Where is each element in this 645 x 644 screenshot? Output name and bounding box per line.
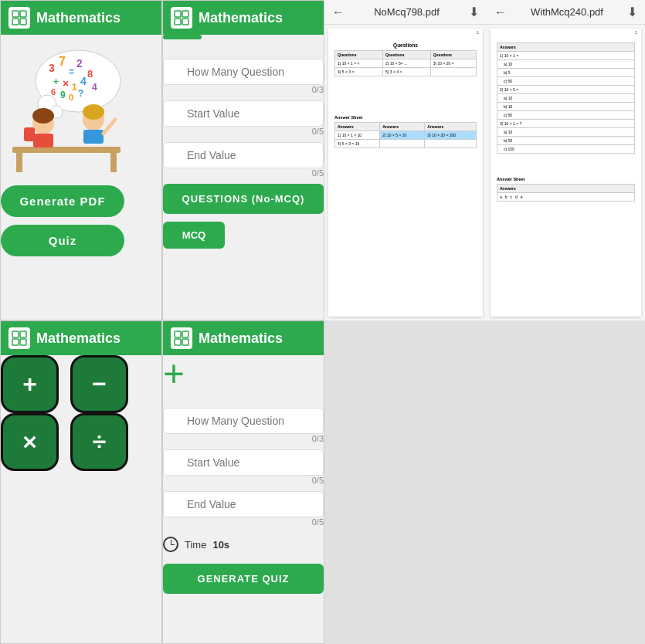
end-value-group: — 0/5 (163, 142, 324, 178)
clock-icon (163, 537, 178, 552)
svg-rect-26 (24, 127, 35, 141)
calc-row-2: × ÷ (1, 413, 161, 471)
table-row: 4) 5 × 3 = 15 (335, 140, 477, 148)
how-many-question-input[interactable] (163, 59, 324, 85)
pdf1-download-button[interactable]: ⬇ (469, 5, 479, 19)
questions-no-mcq-button[interactable]: QUESTIONS (No-MCQ) (163, 184, 324, 214)
pdf1-answers-table: Answers Answers Answers 1) 10 × 1 × 10 2… (334, 122, 477, 148)
generate-pdf-button[interactable]: Generate PDF (1, 185, 124, 217)
svg-rect-32 (175, 11, 181, 17)
svg-text:8: 8 (87, 68, 93, 80)
table-row: c) 50 (497, 111, 635, 120)
end-value-counter: 0/5 (163, 168, 324, 178)
pdf-panel-withmcq: ← WithMcq240.pdf ⬇ 1 Answers 1) 10 × 1 =… (487, 0, 645, 320)
pdf2-answer-header: Answer Sheet (497, 177, 635, 181)
pdf2-answer-sheet: Answers abcde (497, 184, 635, 202)
time-label: Time (185, 539, 206, 551)
svg-rect-3 (20, 19, 26, 25)
panel3-title: Mathematics (36, 330, 121, 347)
panel4-title: Mathematics (199, 330, 283, 347)
pdf2-content: 1 Answers 1) 10 × 1 = a) 10 b) 5 c) 50 2… (487, 25, 645, 320)
table-row: 3) 10 × 1 = ? (497, 120, 635, 128)
panel1-title: Mathematics (36, 10, 121, 26)
how-many-wrapper: — (163, 59, 324, 85)
svg-text:?: ? (78, 88, 83, 99)
end-value-input[interactable] (163, 142, 324, 168)
table-row: 1) 10 × 1 = (497, 52, 635, 60)
time-value: 10s (212, 539, 229, 551)
panel-mathematics-quiz-form: Mathematics + + 0/3 + 0/5 + 0/5 (162, 320, 324, 644)
plus-indicator: + (163, 355, 324, 392)
end-value-wrapper: — (163, 142, 324, 168)
svg-rect-23 (110, 153, 117, 172)
how-many-counter-4: 0/3 (163, 434, 324, 443)
end-value-input-4[interactable] (163, 491, 324, 517)
panel-calculator: Mathematics + − × ÷ (0, 320, 162, 644)
pdf2-answers-table: Answers 1) 10 × 1 = a) 10 b) 5 c) 50 2) … (497, 42, 635, 154)
svg-rect-34 (175, 19, 181, 25)
svg-rect-36 (12, 331, 19, 337)
start-value-input[interactable] (163, 100, 324, 127)
calc-multiply-button[interactable]: × (1, 413, 59, 471)
pdf2-page-inner: Answers 1) 10 × 1 = a) 10 b) 5 c) 50 2) … (491, 36, 641, 317)
panel3-header: Mathematics (1, 321, 161, 355)
svg-rect-39 (20, 339, 26, 345)
how-many-group-4: + 0/3 (163, 408, 324, 443)
start-value-wrapper: — (163, 100, 324, 127)
svg-text:4: 4 (80, 75, 87, 87)
svg-text:+: + (53, 76, 59, 87)
quiz-button[interactable]: Quiz (1, 225, 124, 256)
pdf2-download-button[interactable]: ⬇ (627, 5, 637, 19)
start-value-counter: 0/5 (163, 127, 324, 136)
panel2-title: Mathematics (199, 10, 283, 26)
pdf1-page: 1 Questions Questions Questions Question… (328, 29, 483, 317)
table-row: abcde (497, 193, 635, 202)
panel-mathematics-form: Mathematics — 0/3 — 0/5 — 0/5 QUESTIONS (162, 0, 324, 320)
calc-divide-button[interactable]: ÷ (70, 413, 128, 471)
svg-rect-40 (175, 331, 181, 337)
calc-minus-button[interactable]: − (70, 355, 128, 413)
panel-mathematics-generate: Mathematics 3 7 = 2 8 + × 1 4 4 6 9 (0, 0, 162, 320)
minus-indicator (163, 35, 202, 39)
svg-text:=: = (69, 66, 74, 77)
pdf1-title: NoMcq798.pdf (351, 6, 463, 18)
svg-text:7: 7 (59, 55, 66, 68)
start-value-group-4: + 0/5 (163, 449, 324, 485)
svg-rect-1 (20, 11, 26, 17)
how-many-question-input-4[interactable] (163, 408, 324, 434)
start-value-group: — 0/5 (163, 100, 324, 136)
start-value-input-4[interactable] (163, 449, 324, 476)
pdf2-back-button[interactable]: ← (494, 5, 507, 19)
svg-text:1: 1 (72, 82, 77, 93)
table-row: b) 50 (497, 137, 635, 145)
generate-quiz-button[interactable]: GENERATE QUIZ (163, 564, 324, 594)
panel2-header: Mathematics (163, 1, 324, 35)
pdf1-back-button[interactable]: ← (332, 5, 345, 19)
svg-text:×: × (63, 77, 69, 90)
svg-text:0: 0 (69, 93, 73, 102)
math-icon-2 (171, 7, 192, 29)
mcq-button[interactable]: MCQ (163, 222, 225, 249)
how-many-group: — 0/3 (163, 59, 324, 94)
svg-point-30 (83, 104, 104, 120)
table-row: 1) 10 × 1 × 10 2) 10 × 5 × 20 3) 10 × 20… (335, 131, 477, 140)
table-row: c) 100 (497, 145, 635, 154)
table-row: c) 50 (497, 77, 635, 86)
svg-text:2: 2 (76, 57, 83, 69)
panel1-content: 3 7 = 2 8 + × 1 4 4 6 9 0 ? (1, 35, 161, 264)
calc-plus-button[interactable]: + (1, 355, 59, 413)
svg-rect-41 (182, 331, 188, 337)
pdf2-page-num: 1 (491, 29, 641, 36)
pdf1-questions-table: Questions Questions Questions 1) 10 × 1 … (334, 50, 477, 76)
table-row: a) 10 (497, 60, 635, 69)
math-icon-4 (171, 327, 192, 349)
end-value-counter-4: 0/5 (163, 517, 324, 527)
pdf1-page-num: 1 (328, 29, 483, 36)
pdf2-title: WithMcq240.pdf (513, 6, 621, 18)
svg-rect-33 (182, 11, 188, 17)
svg-rect-22 (16, 153, 22, 172)
panel2-content: — 0/3 — 0/5 — 0/5 QUESTIONS (No-MCQ) MCQ (163, 35, 324, 249)
svg-line-31 (104, 120, 115, 134)
svg-text:3: 3 (49, 62, 55, 74)
svg-rect-35 (182, 19, 188, 25)
